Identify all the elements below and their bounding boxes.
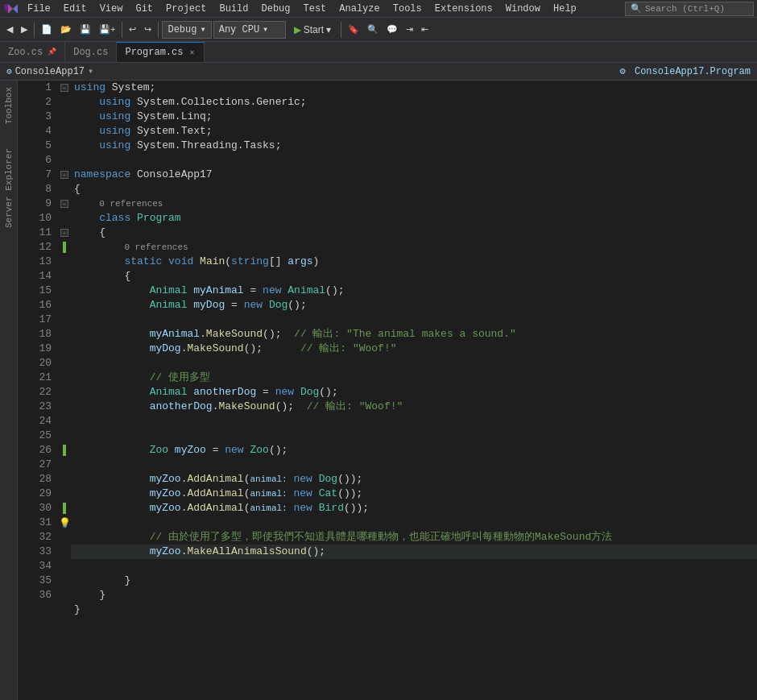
new-project-button[interactable]: 📄 [38, 23, 56, 36]
code-line-30: // 由於使用了多型，即使我們不知道具體是哪種動物，也能正確地呼叫每種動物的Ma… [71, 530, 757, 545]
ln-32: 32 [18, 530, 52, 545]
ln-14: 14 [18, 269, 52, 284]
gutter-8 [58, 182, 71, 197]
unindent-button[interactable]: ⇤ [418, 23, 432, 36]
bookmark-button[interactable]: 🔖 [345, 23, 362, 36]
ln-21: 21 [18, 371, 52, 385]
breadcrumb-project[interactable]: ConsoleApp17 [15, 66, 85, 77]
open-button[interactable]: 📂 [57, 23, 75, 36]
gutter-32 [58, 530, 71, 545]
code-editor: 1 2 3 4 5 6 7 8 9 10 11 12 13 14 15 16 1… [18, 81, 757, 700]
menu-build[interactable]: Build [213, 2, 254, 16]
gutter-5 [58, 139, 71, 153]
gutter-15 [58, 284, 71, 298]
save-button[interactable]: 💾 [77, 23, 94, 36]
ln-5: 5 [18, 139, 52, 153]
toolbox-tab[interactable]: Toolbox [2, 84, 15, 127]
start-button[interactable]: ▶ Start ▾ [287, 23, 337, 37]
tab-program-close-icon[interactable]: ✕ [188, 47, 196, 58]
collapse-11: − [60, 229, 68, 237]
gutter-1[interactable]: − [58, 81, 71, 95]
code-line-35: } [71, 603, 757, 617]
ln-10: 10 [18, 211, 52, 226]
ln-33: 33 [18, 545, 52, 559]
ln-1: 1 [18, 81, 52, 95]
ln-29: 29 [18, 487, 52, 501]
back-button[interactable]: ◀ [3, 23, 16, 36]
breadcrumb-icon: ⚙ [6, 66, 12, 77]
gutter-27 [58, 458, 71, 472]
menu-analyze[interactable]: Analyze [333, 2, 386, 16]
menu-help[interactable]: Help [547, 2, 583, 16]
menu-project[interactable]: Project [159, 2, 213, 16]
gutter-6 [58, 153, 71, 168]
ln-17: 17 [18, 313, 52, 327]
ln-13: 13 [18, 255, 52, 269]
menu-edit[interactable]: Edit [57, 2, 93, 16]
menu-view[interactable]: View [93, 2, 130, 16]
class-name: ConsoleApp17.Program [635, 66, 751, 77]
code-line-11-ref: 0 references [71, 240, 757, 255]
search-icon: 🔍 [631, 3, 642, 14]
code-line-22 [71, 414, 757, 429]
menu-extensions[interactable]: Extensions [428, 2, 499, 16]
code-line-26: myZoo.AddAnimal(animal: new Dog()); [71, 472, 757, 487]
code-content[interactable]: using System; using System.Collections.G… [71, 81, 757, 700]
ln-9: 9 [18, 197, 52, 211]
ln-35: 35 [18, 574, 52, 588]
tab-program-label: Program.cs [125, 47, 183, 58]
ln-28: 28 [18, 472, 52, 487]
gutter-26 [58, 443, 71, 458]
ln-20: 20 [18, 356, 52, 371]
forward-button[interactable]: ▶ [18, 23, 31, 36]
tab-dog[interactable]: Dog.cs [65, 42, 117, 62]
ln-8: 8 [18, 182, 52, 197]
path-bar-class[interactable]: ⚙ ConsoleApp17.Program [620, 65, 751, 77]
code-line-2: using System.Collections.Generic; [71, 95, 757, 110]
debug-config-dropdown[interactable]: Debug ▾ [162, 21, 211, 39]
save-all-button[interactable]: 💾+ [96, 23, 118, 36]
redo-button[interactable]: ↪ [141, 23, 155, 36]
code-line-34: } [71, 588, 757, 603]
gutter-11[interactable]: − [58, 226, 71, 240]
tab-zoo-pin-icon[interactable]: 📌 [48, 48, 56, 56]
class-icon: ⚙ [620, 66, 626, 77]
collapse-1: − [60, 84, 68, 92]
tab-program[interactable]: Program.cs ✕ [117, 42, 205, 62]
code-line-7: namespace ConsoleApp17 [71, 168, 757, 182]
menu-tools[interactable]: Tools [387, 2, 428, 16]
tab-zoo[interactable]: Zoo.cs 📌 [0, 42, 65, 62]
start-dropdown-icon: ▾ [326, 24, 331, 35]
find-button[interactable]: 🔍 [364, 23, 382, 36]
server-explorer-tab[interactable]: Server Explorer [2, 145, 15, 231]
ln-26: 26 [18, 443, 52, 458]
search-box[interactable]: 🔍 Search (Ctrl+Q) [625, 2, 754, 16]
collapse-7: − [60, 171, 68, 179]
debug-config-arrow: ▾ [200, 23, 205, 35]
gutter-10 [58, 211, 71, 226]
gutter-30 [58, 501, 71, 516]
menu-file[interactable]: File [21, 2, 57, 16]
menu-window[interactable]: Window [499, 2, 547, 16]
menu-test[interactable]: Test [297, 2, 333, 16]
undo-button[interactable]: ↩ [126, 23, 139, 36]
code-line-9: 0 references [71, 197, 757, 211]
code-line-21: anotherDog.MakeSound(); // 輸出: "Woof!" [71, 400, 757, 414]
gutter-31[interactable]: 💡 [58, 516, 71, 530]
debug-config-label: Debug [168, 24, 196, 35]
comment-button[interactable]: 💬 [383, 23, 401, 36]
platform-dropdown[interactable]: Any CPU ▾ [213, 21, 286, 39]
menu-git[interactable]: Git [129, 2, 159, 16]
code-line-20: Animal anotherDog = new Dog(); [71, 385, 757, 400]
code-line-29 [71, 516, 757, 530]
gutter: − − − − [58, 81, 71, 700]
menu-debug[interactable]: Debug [254, 2, 296, 16]
code-line-4: using System.Text; [71, 124, 757, 139]
gutter-28 [58, 472, 71, 487]
gutter-9[interactable]: − [58, 197, 71, 211]
gutter-16 [58, 298, 71, 313]
gutter-7[interactable]: − [58, 168, 71, 182]
ln-19: 19 [18, 342, 52, 356]
indent-button[interactable]: ⇥ [403, 23, 416, 36]
ln-22: 22 [18, 385, 52, 400]
